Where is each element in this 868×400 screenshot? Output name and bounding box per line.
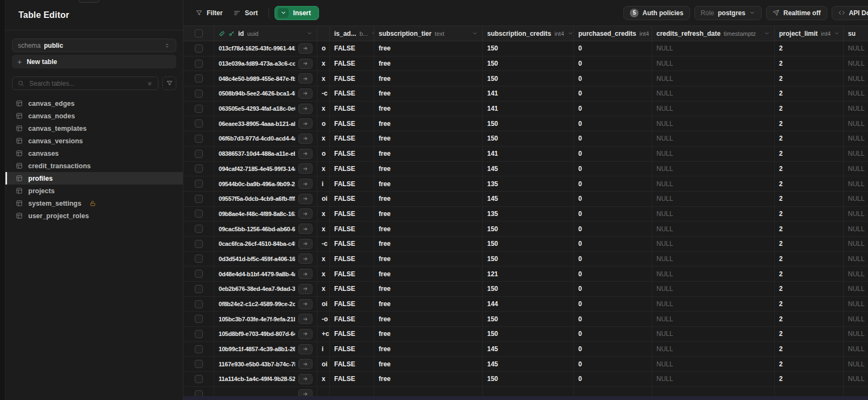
cell-id[interactable]: 06eaee33-8905-4aaa-b121-ab552... <box>214 116 317 131</box>
cell-credits_refresh_date[interactable]: NULL <box>652 162 775 176</box>
cell-last[interactable]: NULL <box>844 342 868 357</box>
column-header-hidden[interactable] <box>317 26 330 41</box>
sidebar-item-credit_transactions[interactable]: credit_transactions <box>5 160 183 172</box>
cell-is_admin[interactable]: FALSE <box>330 342 374 357</box>
cell-last[interactable]: NULL <box>844 131 868 146</box>
cell-is_admin[interactable]: FALSE <box>330 357 374 371</box>
cell-credits_refresh_date[interactable]: NULL <box>652 372 775 386</box>
cell-subscription_credits[interactable]: 150 <box>483 282 574 296</box>
cell-subscription_credits[interactable]: 145 <box>483 357 574 371</box>
cell-id[interactable]: 09557f5a-0dcb-4cb9-a6fb-fff366... <box>214 192 317 206</box>
expand-row-button[interactable] <box>298 194 312 204</box>
cell-subscription_credits[interactable]: 145 <box>483 342 574 357</box>
cell-clip[interactable]: i <box>317 342 330 357</box>
cell-last[interactable]: NULL <box>844 116 868 131</box>
cell-last[interactable]: NULL <box>844 176 868 191</box>
row-checkbox[interactable] <box>195 150 203 158</box>
cell-credits_refresh_date[interactable]: NULL <box>652 147 775 161</box>
cell-purchased_credits[interactable]: 0 <box>574 192 652 206</box>
cell-last[interactable]: NULL <box>844 237 868 251</box>
row-checkbox[interactable] <box>195 330 203 338</box>
expand-row-button[interactable] <box>298 59 312 69</box>
cell-purchased_credits[interactable]: 0 <box>574 116 652 131</box>
expand-row-button[interactable] <box>298 134 312 144</box>
cell-is_admin[interactable]: FALSE <box>330 372 374 386</box>
chevron-down-icon[interactable] <box>567 30 573 36</box>
cell-subscription_credits[interactable]: 150 <box>483 237 574 251</box>
cell-credits_refresh_date[interactable]: NULL <box>652 101 775 116</box>
cell-subscription_credits[interactable]: 150 <box>483 327 574 341</box>
cell-credits_refresh_date[interactable]: NULL <box>652 237 775 251</box>
cell-subscription_credits[interactable]: 150 <box>483 252 574 266</box>
cell-project_limit[interactable]: 2 <box>775 56 844 71</box>
cell-last[interactable]: NULL <box>844 357 868 371</box>
cell-is_admin[interactable]: FALSE <box>330 41 374 56</box>
cell-purchased_credits[interactable]: 0 <box>574 207 652 221</box>
cell-tier[interactable]: free <box>374 176 483 191</box>
cell-purchased_credits[interactable]: 0 <box>574 147 652 161</box>
cell-project_limit[interactable]: 2 <box>775 252 844 266</box>
cell-clip[interactable]: -c <box>317 86 330 101</box>
cell-project_limit[interactable]: 2 <box>775 192 844 206</box>
cell-id[interactable]: 0d3d541d-bf5c-459f-a406-16b93... <box>214 252 317 266</box>
cell-project_limit[interactable]: 2 <box>775 266 844 281</box>
cell-project_limit[interactable]: 2 <box>775 162 844 176</box>
row-checkbox[interactable] <box>195 315 203 323</box>
cell-clip[interactable]: o <box>317 41 330 56</box>
row-checkbox[interactable] <box>195 195 203 203</box>
cell-clip[interactable]: +c <box>317 327 330 341</box>
cell-purchased_credits[interactable]: 0 <box>574 266 652 281</box>
cell-last[interactable]: NULL <box>844 282 868 296</box>
cell-project_limit[interactable]: 2 <box>775 101 844 116</box>
cell-tier[interactable]: free <box>374 147 483 161</box>
cell-last[interactable]: NULL <box>844 252 868 266</box>
column-header-project_limit[interactable]: project_limitint4 <box>775 26 844 41</box>
select-all-checkbox[interactable] <box>195 29 203 37</box>
cell-last[interactable]: NULL <box>844 312 868 326</box>
cell-is_admin[interactable]: FALSE <box>330 312 374 326</box>
cell-credits_refresh_date[interactable]: NULL <box>652 312 775 326</box>
cell-tier[interactable]: free <box>374 221 483 236</box>
cell-purchased_credits[interactable]: 0 <box>574 312 652 326</box>
row-checkbox[interactable] <box>195 285 203 293</box>
cell-credits_refresh_date[interactable]: NULL <box>652 282 775 296</box>
sidebar-filter-button[interactable] <box>162 77 176 90</box>
cell-tier[interactable]: free <box>374 372 483 386</box>
expand-row-button[interactable] <box>298 299 312 309</box>
cell-tier[interactable]: free <box>374 192 483 206</box>
column-header-purchased_credits[interactable]: purchased_creditsint4 <box>574 26 652 41</box>
cell-subscription_credits[interactable]: 144 <box>483 297 574 312</box>
cell-clip[interactable]: x <box>317 221 330 236</box>
row-checkbox[interactable] <box>195 60 203 68</box>
cell-credits_refresh_date[interactable]: NULL <box>652 266 775 281</box>
expand-row-button[interactable] <box>298 284 312 294</box>
cell-project_limit[interactable]: 2 <box>775 221 844 236</box>
row-checkbox[interactable] <box>195 270 203 278</box>
cell-project_limit[interactable]: 2 <box>775 116 844 131</box>
new-table-button[interactable]: + New table <box>12 55 176 68</box>
cell-clip[interactable]: x <box>317 131 330 146</box>
cell-id[interactable]: 06f6b7d3-977d-4cd0-acd4-4a78... <box>214 131 317 146</box>
expand-row-button[interactable] <box>298 73 312 84</box>
expand-row-button[interactable] <box>298 88 312 99</box>
cell-tier[interactable]: free <box>374 41 483 56</box>
cell-id[interactable]: 105d8bf9-e703-49bd-807d-645e... <box>214 327 317 341</box>
cell-is_admin[interactable]: FALSE <box>330 162 374 176</box>
cell-id[interactable]: 094caf42-7185-4e45-99f3-14abee... <box>214 162 317 176</box>
expand-row-button[interactable] <box>298 269 312 279</box>
cell-is_admin[interactable]: FALSE <box>330 147 374 161</box>
expand-row-button[interactable] <box>298 253 312 264</box>
cell-purchased_credits[interactable]: 0 <box>574 221 652 236</box>
cell-subscription_credits[interactable]: 150 <box>483 131 574 146</box>
cell-tier[interactable]: free <box>374 282 483 296</box>
cell-project_limit[interactable]: 2 <box>775 207 844 221</box>
api-docs-button[interactable]: API Do <box>832 6 868 20</box>
cell-tier[interactable]: free <box>374 71 483 86</box>
chevron-down-icon[interactable] <box>307 30 312 36</box>
cell-tier[interactable]: free <box>374 297 483 312</box>
cell-is_admin[interactable]: FALSE <box>330 101 374 116</box>
cell-is_admin[interactable]: FALSE <box>330 221 374 236</box>
cell-purchased_credits[interactable]: 0 <box>574 41 652 56</box>
cell-credits_refresh_date[interactable]: NULL <box>652 221 775 236</box>
sidebar-item-system_settings[interactable]: system_settings <box>5 197 183 209</box>
